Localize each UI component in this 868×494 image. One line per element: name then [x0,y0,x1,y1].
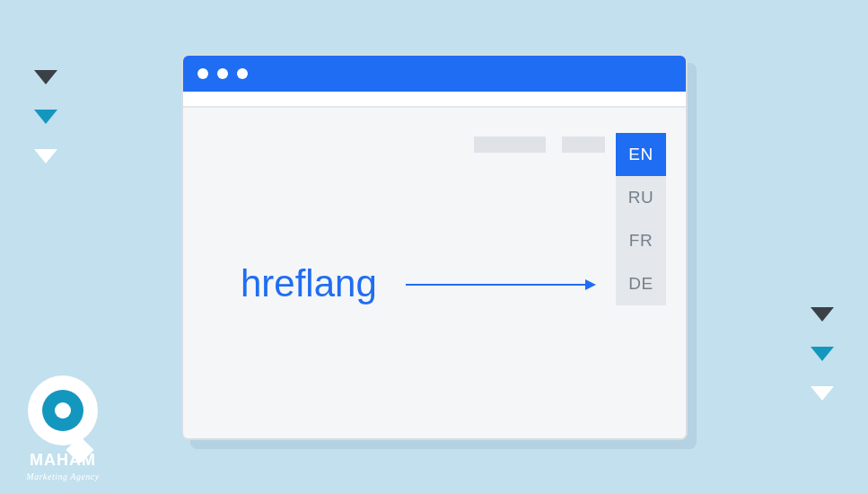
nav-placeholder [474,137,546,153]
window-control-icon [237,68,248,79]
browser-viewport: EN RU FR DE hreflang [183,108,686,438]
decor-triangles-right [811,307,834,401]
language-option-ru[interactable]: RU [616,176,666,219]
language-selector[interactable]: EN RU FR DE [616,133,666,305]
language-option-de[interactable]: DE [616,262,666,305]
browser-titlebar [183,56,686,92]
brand-logo: MAHAM Marketing Agency [0,341,126,494]
triangle-down-icon [34,110,57,124]
decor-triangles-left [34,70,57,163]
language-option-fr[interactable]: FR [616,219,666,262]
nav-placeholder-group [474,137,605,153]
hreflang-label: hreflang [241,262,377,305]
triangle-down-icon [811,347,834,361]
logo-mark-icon [28,375,98,445]
language-option-en[interactable]: EN [616,133,666,176]
triangle-down-icon [34,149,57,163]
triangle-down-icon [811,307,834,322]
browser-window: EN RU FR DE hreflang [181,54,688,440]
window-control-icon [217,68,228,79]
window-control-icon [197,68,208,79]
arrow-right-icon [406,284,594,286]
logo-subtitle: Marketing Agency [26,472,99,481]
browser-toolbar [183,92,686,108]
nav-placeholder [562,137,605,153]
triangle-down-icon [811,386,834,401]
triangle-down-icon [34,70,57,84]
